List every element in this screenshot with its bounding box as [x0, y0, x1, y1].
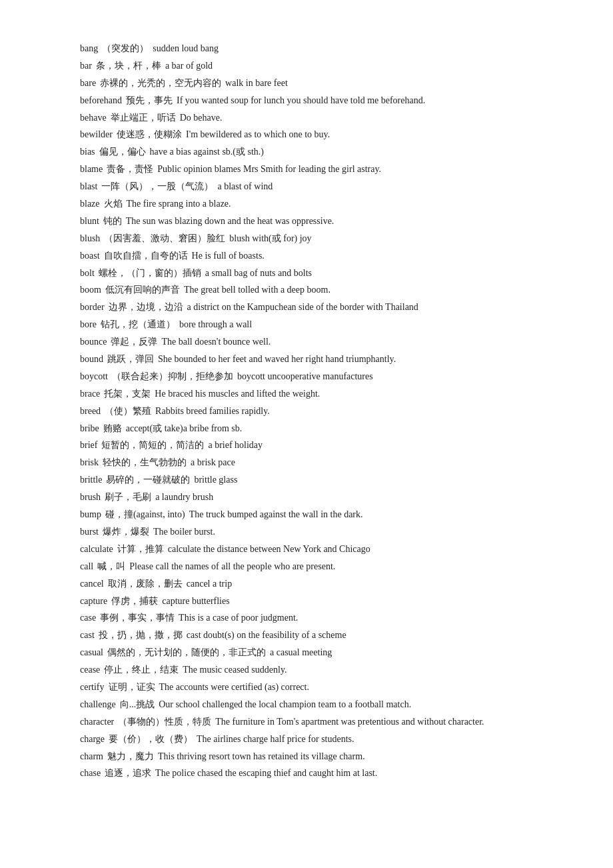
word: call [80, 561, 93, 571]
definition-cn: 责备，责怪 [107, 164, 153, 174]
entry-cast: cast投，扔，抛，撒，掷cast doubt(s) on the feasib… [80, 627, 533, 644]
word: bare [80, 78, 96, 88]
example: a district on the Kampuchean side of the… [187, 302, 418, 312]
definition-cn: 边界，边境，边沿 [109, 302, 183, 312]
example: calculate the distance between New York … [168, 544, 370, 554]
entry-breed: breed（使）繁殖Rabbits breed families rapidly… [80, 403, 533, 420]
definition-cn: 托架，支架 [104, 389, 151, 399]
definition-cn: 停止，终止，结束 [104, 665, 179, 675]
word: brisk [80, 457, 99, 467]
example: capture butterflies [162, 596, 229, 606]
word: breed [80, 406, 101, 416]
example: accept(或 take)a bribe from sb. [126, 423, 243, 433]
entry-charge: charge要（价），收（费）The airlines charge half … [80, 731, 533, 748]
entry-boast: boast自吹自擂，自夸的话He is full of boasts. [80, 247, 533, 265]
example: sudden loud bang [153, 43, 219, 53]
word: bounce [80, 337, 107, 347]
entry-bribe: bribe贿赂accept(或 take)a bribe from sb. [80, 420, 533, 437]
definition-cn: 低沉有回响的声音 [105, 285, 180, 295]
definition-cn: 偶然的，无计划的，随便的，非正式的 [107, 647, 266, 657]
example: walk in bare feet [225, 78, 288, 88]
entry-bang: bang（突发的）sudden loud bang [80, 40, 533, 57]
definition-cn: 贿赂 [103, 423, 122, 433]
word: border [80, 302, 105, 312]
entry-bar: bar条，块，杆，棒a bar of gold [80, 57, 533, 75]
example: a small bag of nuts and bolts [205, 268, 312, 278]
entry-brace: brace托架，支架He braced his muscles and lift… [80, 385, 533, 403]
definition-cn: 要（价），收（费） [109, 734, 193, 744]
example: bore through a wall [179, 319, 252, 329]
definition-cn: 螺栓，（门，窗的）插销 [99, 268, 201, 278]
definition-cn: 条，块，杆，棒 [96, 61, 161, 71]
word: boast [80, 251, 100, 261]
definition-cn: 偏见，偏心 [99, 147, 146, 157]
entry-beforehand: beforehand预先，事先If you wanted soup for lu… [80, 92, 533, 109]
example: boycott uncooperative manufactures [237, 371, 373, 381]
definition-cn: 火焰 [104, 199, 123, 209]
word: character [80, 717, 114, 727]
entry-burst: burst爆炸，爆裂The boiler burst. [80, 523, 533, 541]
entry-bewilder: bewilder使迷惑，使糊涂I'm bewildered as to whic… [80, 126, 533, 143]
example: cast doubt(s) on the feasibility of a sc… [187, 630, 346, 640]
example: brittle glass [194, 475, 237, 485]
word: beforehand [80, 95, 122, 105]
example: have a bias against sb.(或 sth.) [150, 147, 264, 157]
definition-cn: 使迷惑，使糊涂 [117, 129, 182, 139]
example: Our school challenged the local champion… [159, 699, 411, 709]
definition-cn: 喊，叫 [97, 561, 125, 571]
word: bang [80, 43, 98, 53]
definition-cn: 钝的 [103, 216, 122, 226]
example: The great bell tolled with a deep boom. [184, 285, 330, 295]
entry-blaze: blaze火焰The fire sprang into a blaze. [80, 195, 533, 213]
entry-casual: casual偶然的，无计划的，随便的，非正式的a casual meeting [80, 644, 533, 661]
word: blast [80, 181, 97, 191]
word: case [80, 613, 96, 623]
word: bribe [80, 423, 99, 433]
example: a blast of wind [217, 181, 273, 191]
entry-blunt: blunt钝的The sun was blazing down and the … [80, 213, 533, 230]
definition-cn: （因害羞、激动、窘困）脸红 [104, 233, 225, 243]
entry-charm: charm魅力，魔力This thriving resort town has … [80, 748, 533, 765]
definition-cn: 跳跃，弹回 [107, 354, 154, 364]
definition-cn: （突发的） [102, 43, 149, 53]
definition-cn: 钻孔，挖（通道） [101, 319, 175, 329]
entry-character: character（事物的）性质，特质The furniture in Tom'… [80, 713, 533, 731]
example: This is a case of poor judgment. [179, 613, 298, 623]
definition-cn: 证明，证实 [109, 682, 155, 692]
definition-cn: 取消，废除，删去 [108, 579, 183, 589]
entry-blast: blast一阵（风），一股（气流）a blast of wind [80, 178, 533, 195]
word: brittle [80, 475, 102, 485]
example: The police chased the escaping thief and… [155, 768, 377, 778]
example: The furniture in Tom's apartment was pre… [215, 717, 484, 727]
example: This thriving resort town has retained i… [158, 751, 365, 761]
word: bore [80, 319, 97, 329]
example: He is full of boasts. [192, 251, 265, 261]
example: The truck bumped against the wall in the… [189, 509, 363, 519]
word: challenge [80, 699, 116, 709]
definition-cn: （联合起来）抑制，拒绝参加 [112, 371, 233, 381]
example: The fire sprang into a blaze. [127, 199, 231, 209]
definition-cn: 碰，撞(against, into) [105, 509, 185, 519]
example: a casual meeting [270, 647, 332, 657]
definition-cn: 轻快的，生气勃勃的 [103, 457, 187, 467]
entry-chase: chase追逐，追求The police chased the escaping… [80, 765, 533, 782]
definition-cn: 魅力，魔力 [107, 751, 154, 761]
example: I'm bewildered as to which one to buy. [186, 129, 330, 139]
entry-boycott: boycott（联合起来）抑制，拒绝参加boycott uncooperativ… [80, 368, 533, 385]
entry-brisk: brisk轻快的，生气勃勃的a brisk pace [80, 454, 533, 471]
word: bar [80, 61, 92, 71]
word: blame [80, 164, 103, 174]
entry-brief: brief短暂的，简短的，简洁的a brief holiday [80, 437, 533, 454]
definition-cn: 爆炸，爆裂 [103, 527, 149, 537]
word: behave [80, 113, 107, 123]
word: bump [80, 509, 101, 519]
word: casual [80, 647, 103, 657]
word: cease [80, 665, 100, 675]
definition-cn: 自吹自擂，自夸的话 [104, 251, 188, 261]
entry-bounce: bounce弹起，反弹The ball doesn't bounce well. [80, 333, 533, 351]
example: blush with(或 for) joy [229, 233, 311, 243]
definition-cn: 一阵（风），一股（气流） [101, 181, 213, 191]
definition-cn: （事物的）性质，特质 [118, 717, 211, 727]
example: a brief holiday [208, 440, 263, 450]
example: cancel a trip [187, 579, 232, 589]
